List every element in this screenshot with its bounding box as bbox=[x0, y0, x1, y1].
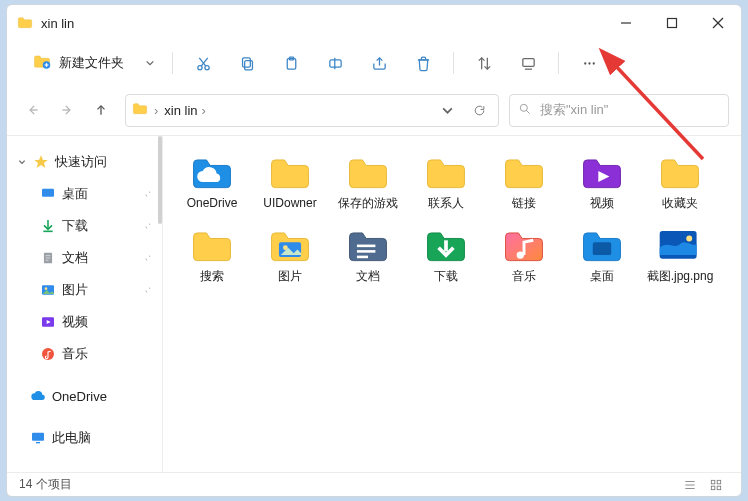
toolbar-sep1 bbox=[172, 52, 173, 74]
item-label: 搜索 bbox=[200, 269, 224, 284]
svg-rect-1 bbox=[668, 19, 677, 28]
file-explorer-window: xin lin 新建文件夹 bbox=[6, 4, 742, 497]
folder-icon bbox=[422, 223, 470, 265]
folder-item[interactable]: UIDowner bbox=[251, 148, 329, 211]
sidebar-onedrive-label: OneDrive bbox=[52, 389, 107, 404]
download-icon bbox=[39, 217, 57, 235]
sidebar-item-document[interactable]: 文档 bbox=[7, 242, 162, 274]
search-icon bbox=[518, 102, 532, 119]
folder-item[interactable]: 收藏夹 bbox=[641, 148, 719, 211]
svg-point-7 bbox=[197, 65, 201, 69]
nav-forward-button[interactable] bbox=[53, 96, 81, 124]
folder-item[interactable]: 图片 bbox=[251, 221, 329, 284]
pin-icon bbox=[141, 219, 152, 234]
sidebar-onedrive[interactable]: OneDrive bbox=[7, 380, 162, 412]
folder-item[interactable]: 文档 bbox=[329, 221, 407, 284]
title-folder-icon bbox=[17, 15, 33, 31]
svg-rect-61 bbox=[717, 480, 721, 484]
item-label: 下载 bbox=[434, 269, 458, 284]
sort-button[interactable] bbox=[464, 47, 504, 79]
item-label: 联系人 bbox=[428, 196, 464, 211]
new-folder-label: 新建文件夹 bbox=[59, 54, 124, 72]
address-dropdown-button[interactable] bbox=[434, 97, 460, 123]
sidebar-this-pc[interactable]: 此电脑 bbox=[7, 422, 162, 454]
music-icon bbox=[39, 345, 57, 363]
rename-button[interactable] bbox=[315, 47, 355, 79]
status-bar: 14 个项目 bbox=[7, 472, 741, 496]
copy-button[interactable] bbox=[227, 47, 267, 79]
folder-icon bbox=[344, 150, 392, 192]
svg-rect-54 bbox=[593, 242, 611, 255]
sidebar-quick-access[interactable]: 快速访问 bbox=[7, 146, 162, 178]
titlebar: xin lin bbox=[7, 5, 741, 41]
sidebar-scrollbar[interactable] bbox=[158, 136, 162, 224]
svg-rect-15 bbox=[329, 59, 340, 66]
sidebar-item-video[interactable]: 视频 bbox=[7, 306, 162, 338]
folder-icon bbox=[500, 150, 548, 192]
new-folder-icon bbox=[33, 53, 51, 74]
sidebar-item-picture[interactable]: 图片 bbox=[7, 274, 162, 306]
paste-button[interactable] bbox=[271, 47, 311, 79]
item-label: 收藏夹 bbox=[662, 196, 698, 211]
svg-rect-60 bbox=[711, 480, 715, 484]
folder-item[interactable]: 下载 bbox=[407, 221, 485, 284]
breadcrumb-segment[interactable]: xin lin › bbox=[164, 103, 206, 118]
content-pane[interactable]: OneDriveUIDowner保存的游戏联系人链接视频收藏夹搜索图片文档下载音… bbox=[163, 136, 741, 472]
sidebar-quick-access-label: 快速访问 bbox=[55, 153, 107, 171]
nav-up-button[interactable] bbox=[87, 96, 115, 124]
pin-icon bbox=[141, 251, 152, 266]
svg-rect-12 bbox=[242, 57, 250, 66]
folder-item[interactable]: OneDrive bbox=[173, 148, 251, 211]
svg-point-23 bbox=[584, 62, 586, 64]
cloud-icon bbox=[29, 387, 47, 405]
folder-item[interactable]: 视频 bbox=[563, 148, 641, 211]
minimize-button[interactable] bbox=[603, 5, 649, 41]
folder-item[interactable]: 桌面 bbox=[563, 221, 641, 284]
folder-icon bbox=[422, 150, 470, 192]
folder-icon bbox=[578, 150, 626, 192]
folder-item[interactable]: 链接 bbox=[485, 148, 563, 211]
maximize-button[interactable] bbox=[649, 5, 695, 41]
sidebar: 快速访问 桌面下载文档图片视频音乐 OneDrive 此电脑 bbox=[7, 136, 163, 472]
item-label: 截图.jpg.png bbox=[647, 269, 714, 284]
details-view-button[interactable] bbox=[677, 475, 703, 495]
search-box[interactable]: 搜索"xin lin" bbox=[509, 94, 729, 127]
sidebar-item-label: 下载 bbox=[62, 217, 88, 235]
sidebar-item-download[interactable]: 下载 bbox=[7, 210, 162, 242]
svg-point-24 bbox=[588, 62, 590, 64]
item-label: 链接 bbox=[512, 196, 536, 211]
folder-icon bbox=[578, 223, 626, 265]
nav-back-button[interactable] bbox=[19, 96, 47, 124]
folder-item[interactable]: 音乐 bbox=[485, 221, 563, 284]
more-options-button[interactable] bbox=[569, 47, 609, 79]
navigation-bar: › xin lin › 搜索"xin lin" bbox=[7, 85, 741, 135]
cut-button[interactable] bbox=[183, 47, 223, 79]
folder-icon bbox=[188, 223, 236, 265]
new-folder-button[interactable]: 新建文件夹 bbox=[23, 47, 134, 79]
breadcrumb-label: xin lin bbox=[164, 103, 197, 118]
document-icon bbox=[39, 249, 57, 267]
folder-item[interactable]: 联系人 bbox=[407, 148, 485, 211]
share-button[interactable] bbox=[359, 47, 399, 79]
sidebar-item-music[interactable]: 音乐 bbox=[7, 338, 162, 370]
breadcrumb-chevron-icon: › bbox=[202, 103, 206, 118]
item-label: 文档 bbox=[356, 269, 380, 284]
folder-icon bbox=[656, 150, 704, 192]
refresh-button[interactable] bbox=[466, 97, 492, 123]
breadcrumb-folder-icon bbox=[132, 101, 148, 120]
sidebar-item-desktop[interactable]: 桌面 bbox=[7, 178, 162, 210]
folder-item[interactable]: 保存的游戏 bbox=[329, 148, 407, 211]
toolbar-sep3 bbox=[558, 52, 559, 74]
file-item[interactable]: 截图.jpg.png bbox=[641, 221, 719, 284]
folder-icon bbox=[344, 223, 392, 265]
close-button[interactable] bbox=[695, 5, 741, 41]
sidebar-item-label: 音乐 bbox=[62, 345, 88, 363]
folder-item[interactable]: 搜索 bbox=[173, 221, 251, 284]
address-bar[interactable]: › xin lin › bbox=[125, 94, 499, 127]
icons-view-button[interactable] bbox=[703, 475, 729, 495]
view-button[interactable] bbox=[508, 47, 548, 79]
monitor-icon bbox=[29, 429, 47, 447]
svg-rect-63 bbox=[717, 486, 721, 490]
new-menu-chevron[interactable] bbox=[138, 47, 162, 79]
delete-button[interactable] bbox=[403, 47, 443, 79]
